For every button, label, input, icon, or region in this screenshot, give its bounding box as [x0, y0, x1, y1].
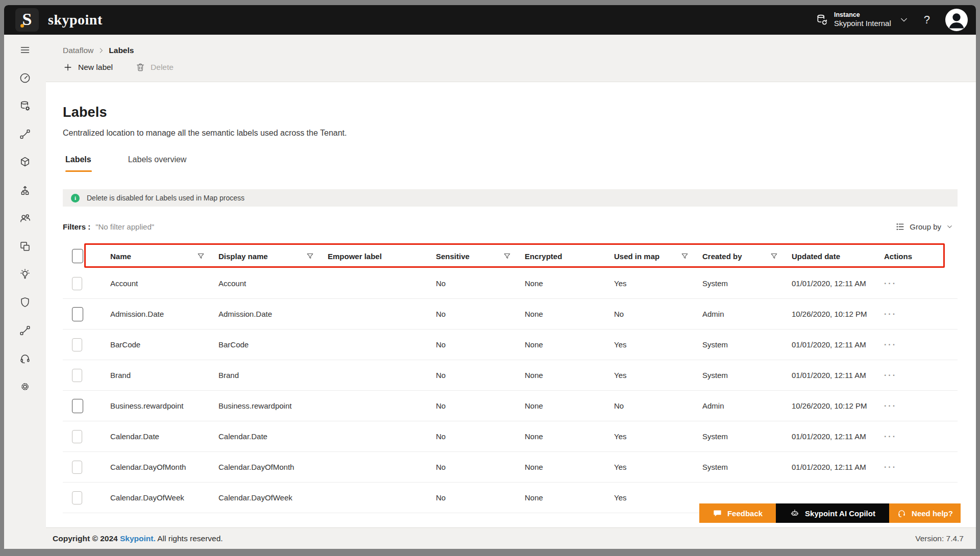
- row-actions-button[interactable]: ···: [884, 401, 897, 410]
- sidebar-item-settings[interactable]: [18, 381, 32, 393]
- sidebar-item-menu[interactable]: [18, 44, 32, 56]
- row-actions-button[interactable]: ···: [884, 310, 897, 318]
- sidebar-item-deploy[interactable]: [18, 184, 32, 196]
- cell-updated-date: 01/01/2020, 12:11 AM: [792, 371, 884, 380]
- column-header-encrypted[interactable]: Encrypted: [525, 252, 614, 261]
- info-icon: i: [71, 194, 80, 203]
- instance-switcher[interactable]: Instance Skypoint Internal: [816, 11, 909, 29]
- cell-display-name: Calendar.DayOfWeek: [218, 493, 328, 502]
- cell-updated-date: 10/26/2020, 10:12 PM: [792, 310, 884, 318]
- cell-actions: ···: [884, 401, 958, 411]
- chevron-down-icon[interactable]: [899, 15, 909, 24]
- cell-updated-date: 01/01/2020, 12:11 AM: [792, 463, 884, 471]
- group-by-label: Group by: [910, 222, 941, 231]
- sidebar-item-data-sources[interactable]: [18, 100, 32, 112]
- column-label: Updated date: [792, 252, 840, 261]
- new-label-text: New label: [78, 63, 113, 72]
- row-checkbox[interactable]: [72, 338, 82, 351]
- sidebar-item-privacy[interactable]: [18, 296, 32, 309]
- cell-created-by: Admin: [702, 310, 792, 318]
- row-checkbox[interactable]: [72, 399, 83, 413]
- brand[interactable]: S skypoint: [15, 8, 103, 32]
- people-icon: [19, 212, 31, 224]
- table-row[interactable]: Admission.DateAdmission.DateNoNoneNoAdmi…: [63, 299, 958, 330]
- group-by-button[interactable]: Group by: [895, 222, 953, 232]
- avatar[interactable]: [945, 9, 968, 31]
- sidebar-item-support[interactable]: [18, 352, 32, 365]
- instance-database-icon: [816, 13, 829, 27]
- table-row[interactable]: Business.rewardpointBusiness.rewardpoint…: [63, 391, 958, 421]
- new-label-button[interactable]: New label: [63, 62, 113, 72]
- logo-orange-dot: [20, 24, 24, 28]
- filter-icon[interactable]: [503, 252, 511, 261]
- cell-encrypted: None: [525, 463, 614, 471]
- app-window: S skypoint Instanc: [4, 5, 976, 549]
- cell-actions: ···: [884, 310, 958, 319]
- sidebar-item-dataflow[interactable]: [18, 128, 32, 140]
- delete-button[interactable]: Delete: [135, 62, 174, 72]
- content-header: Dataflow Labels New label De: [46, 35, 976, 82]
- column-header-updated-date[interactable]: Updated date: [792, 252, 884, 261]
- sidebar-item-apps[interactable]: [18, 240, 32, 252]
- row-checkbox[interactable]: [72, 277, 82, 290]
- column-label: Actions: [884, 252, 912, 261]
- filter-icon[interactable]: [680, 252, 689, 261]
- table-row[interactable]: Calendar.DateCalendar.DateNoNoneYesSyste…: [63, 421, 958, 452]
- column-header-name[interactable]: Name: [110, 252, 218, 261]
- speech-bubble-icon: [713, 509, 722, 518]
- skypoint-ai-copilot-button[interactable]: Skypoint AI Copilot: [776, 503, 889, 523]
- row-actions-button[interactable]: ···: [884, 279, 897, 288]
- instance-value: Skypoint Internal: [834, 19, 891, 29]
- sidebar-item-dashboard[interactable]: [18, 72, 32, 84]
- row-checkbox[interactable]: [72, 461, 82, 474]
- table-row[interactable]: Calendar.DayOfMonthCalendar.DayOfMonthNo…: [63, 452, 958, 483]
- table-row[interactable]: BarCodeBarCodeNoNoneYesSystem01/01/2020,…: [63, 330, 958, 360]
- row-checkbox[interactable]: [72, 430, 82, 443]
- row-checkbox[interactable]: [72, 491, 82, 504]
- cell-display-name: Business.rewardpoint: [218, 401, 328, 410]
- table-row[interactable]: BrandBrandNoNoneYesSystem01/01/2020, 12:…: [63, 360, 958, 391]
- select-all-checkbox[interactable]: [72, 249, 83, 263]
- cell-updated-date: 10/26/2020, 10:12 PM: [792, 401, 884, 410]
- feedback-button[interactable]: Feedback: [699, 503, 776, 523]
- checkbox-cell: [63, 249, 110, 263]
- sidebar-item-journeys[interactable]: [18, 324, 32, 337]
- delete-text: Delete: [151, 63, 174, 72]
- filter-icon[interactable]: [197, 252, 205, 261]
- sidebar-item-insights[interactable]: [18, 268, 32, 281]
- table-row[interactable]: AccountAccountNoNoneYesSystem01/01/2020,…: [63, 268, 958, 299]
- skypoint-link[interactable]: Skypoint.: [120, 534, 156, 543]
- tab-labels-overview[interactable]: Labels overview: [126, 155, 189, 172]
- row-checkbox[interactable]: [72, 307, 83, 321]
- breadcrumb-parent[interactable]: Dataflow: [63, 46, 93, 55]
- column-header-created-by[interactable]: Created by: [702, 252, 792, 261]
- breadcrumb-current: Labels: [109, 46, 134, 55]
- row-checkbox[interactable]: [72, 369, 82, 382]
- cell-display-name: Calendar.Date: [218, 432, 328, 441]
- checkbox-cell: [63, 461, 110, 474]
- content-column: Dataflow Labels New label De: [46, 35, 976, 549]
- plus-icon: [63, 62, 73, 72]
- row-actions-button[interactable]: ···: [884, 463, 897, 471]
- filter-icon[interactable]: [306, 252, 314, 261]
- need-help-button[interactable]: Need help?: [889, 503, 961, 523]
- cell-encrypted: None: [525, 371, 614, 380]
- column-header-used-in-map[interactable]: Used in map: [614, 252, 702, 261]
- tab-labels[interactable]: Labels: [63, 155, 94, 172]
- row-actions-button[interactable]: ···: [884, 432, 897, 441]
- sidebar-item-audience[interactable]: [18, 212, 32, 224]
- instance-label: Instance: [834, 11, 891, 19]
- sidebar-item-entities[interactable]: [18, 156, 32, 168]
- need-help-label: Need help?: [912, 509, 953, 518]
- column-label: Empower label: [328, 252, 382, 261]
- filter-icon[interactable]: [770, 252, 778, 261]
- help-button[interactable]: ?: [922, 13, 932, 27]
- row-actions-button[interactable]: ···: [884, 340, 897, 349]
- row-actions-button[interactable]: ···: [884, 371, 897, 380]
- column-header-empower-label[interactable]: Empower label: [328, 252, 436, 261]
- column-header-actions[interactable]: Actions: [884, 252, 958, 261]
- column-header-sensitive[interactable]: Sensitive: [436, 252, 525, 261]
- headset-icon: [897, 509, 906, 518]
- command-bar: New label Delete: [63, 62, 976, 72]
- column-header-display-name[interactable]: Display name: [218, 252, 328, 261]
